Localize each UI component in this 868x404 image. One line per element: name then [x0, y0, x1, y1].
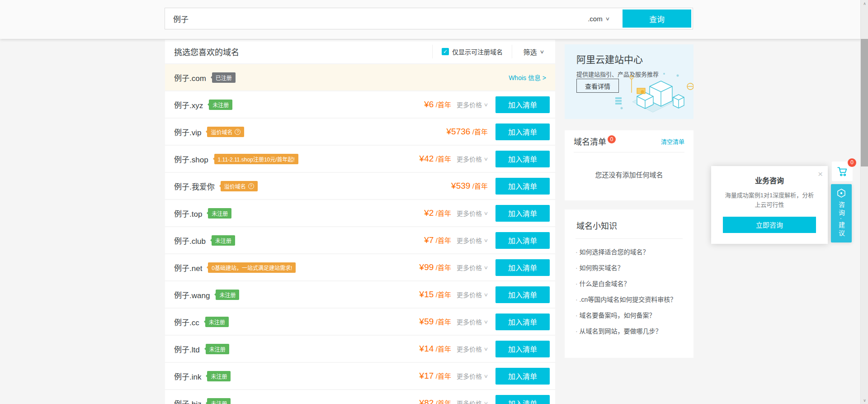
tld-selector[interactable]: .com ∨ — [578, 8, 619, 29]
more-prices-toggle[interactable]: 更多价格 ∨ — [457, 344, 488, 353]
price-unit: /首年 — [436, 318, 451, 326]
add-to-list-button[interactable]: 加入清单 — [495, 205, 550, 222]
list-title: 挑选您喜欢的域名 — [165, 46, 432, 57]
filter-dropdown[interactable]: 筛选 ∨ — [512, 45, 555, 58]
price-value: ¥6 — [424, 100, 434, 109]
help-icon[interactable]: ? — [248, 183, 254, 189]
domain-name: 例子.shop — [174, 153, 208, 165]
more-prices-label: 更多价格 — [457, 290, 482, 299]
more-prices-toggle[interactable]: 更多价格 ∨ — [457, 263, 488, 272]
scrollbar-thumb[interactable] — [861, 39, 868, 166]
status-badge: 溢价域名? — [221, 181, 258, 191]
domain-row: 例子.我爱你 溢价域名? ¥539 /首年 加入清单 — [165, 173, 555, 199]
add-to-list-button[interactable]: 加入清单 — [495, 96, 550, 113]
domain-cart-panel: 域名清单 0 清空清单 您还没有添加任何域名 — [565, 130, 693, 200]
consult-suggest-bar[interactable]: 咨询·建议 — [831, 184, 852, 242]
more-prices-label: 更多价格 — [457, 371, 482, 380]
available-only-checkbox[interactable]: ✓ — [442, 48, 449, 55]
tip-link[interactable]: 从域名到网站，要做哪几步？ — [576, 323, 683, 338]
chevron-down-icon: ∨ — [605, 16, 610, 22]
more-prices-toggle[interactable]: 更多价格 ∨ — [457, 399, 488, 404]
filter-label: 筛选 — [523, 47, 537, 57]
domain-name: 例子.top — [174, 208, 202, 219]
price-unit: /首年 — [436, 237, 451, 244]
add-to-list-button[interactable]: 加入清单 — [495, 368, 550, 385]
more-prices-toggle[interactable]: 更多价格 ∨ — [457, 209, 488, 218]
chevron-down-icon: ∨ — [484, 373, 489, 379]
tip-link[interactable]: 如何购买域名？ — [576, 259, 683, 275]
cart-count-badge: 0 — [848, 158, 856, 167]
consult-title: 业务咨询 — [711, 175, 828, 185]
more-prices-toggle[interactable]: 更多价格 ∨ — [457, 100, 488, 109]
more-prices-toggle[interactable]: 更多价格 ∨ — [457, 290, 488, 299]
more-prices-toggle[interactable]: 更多价格 ∨ — [457, 236, 488, 245]
available-only-label: 仅显示可注册域名 — [452, 47, 503, 56]
result-list-header: 挑选您喜欢的域名 ✓ 仅显示可注册域名 筛选 ∨ — [165, 40, 555, 63]
price: ¥14 /首年 — [420, 344, 451, 354]
price: ¥7 /首年 — [424, 235, 451, 245]
cart-icon — [836, 166, 848, 177]
add-to-list-button[interactable]: 加入清单 — [495, 314, 550, 330]
status-badge: 0基础建站，一站式满足建站需求! — [208, 262, 296, 273]
tip-link[interactable]: .cn等国内域名如何提交资料审核？ — [576, 291, 683, 307]
more-prices-toggle[interactable]: 更多价格 ∨ — [457, 317, 488, 326]
chevron-down-icon: ∨ — [484, 156, 489, 162]
more-prices-label: 更多价格 — [457, 100, 482, 109]
domain-name: 例子.biz — [174, 398, 201, 404]
status-badge: 1.11-2.11.shop注册10元/首年起! — [214, 154, 298, 164]
available-only-filter[interactable]: ✓ 仅显示可注册域名 — [432, 45, 512, 58]
help-icon[interactable]: ? — [235, 129, 241, 135]
price-value: ¥59 — [420, 317, 434, 326]
domain-tips-panel: 域名小知识 如何选择适合您的域名？如何购买域名？什么是白金域名？.cn等国内域名… — [565, 209, 693, 358]
price-value: ¥539 — [451, 181, 470, 190]
tip-link[interactable]: 如何选择适合您的域名？ — [576, 243, 683, 259]
price-unit: /首年 — [472, 128, 488, 136]
price-value: ¥17 — [420, 371, 434, 380]
price: ¥82 /首年 — [420, 398, 451, 404]
more-prices-toggle[interactable]: 更多价格 ∨ — [457, 154, 488, 163]
more-prices-toggle[interactable]: 更多价格 ∨ — [457, 371, 488, 380]
query-button[interactable]: 查询 — [623, 10, 691, 28]
price-unit: /首年 — [436, 101, 451, 109]
price-value: ¥42 — [420, 154, 434, 163]
status-badge: 未注册 — [207, 398, 231, 404]
consult-now-button[interactable]: 立即咨询 — [723, 217, 816, 233]
status-badge: 未注册 — [206, 344, 229, 354]
scroll-up-arrow[interactable]: ∧ — [861, 0, 868, 7]
floating-cart-button[interactable]: 0 — [832, 162, 853, 181]
chevron-down-icon: ∨ — [484, 292, 489, 298]
site-builder-banner[interactable]: 阿里云建站中心 提供建站指引、产品及服务推荐 查看详情 — [565, 44, 693, 119]
chevron-down-icon: ∨ — [484, 319, 489, 325]
clear-cart-link[interactable]: 清空清单 — [661, 137, 684, 146]
add-to-list-button[interactable]: 加入清单 — [495, 178, 550, 195]
add-to-list-button[interactable]: 加入清单 — [495, 124, 550, 140]
chevron-down-icon: ∨ — [540, 49, 545, 55]
add-to-list-button[interactable]: 加入清单 — [495, 341, 550, 357]
status-badge: 未注册 — [209, 100, 232, 110]
domain-name: 例子.ltd — [174, 343, 200, 355]
domain-name: 例子.net — [174, 262, 202, 273]
domain-search-input[interactable] — [165, 8, 578, 29]
domain-name: 例子.cc — [174, 316, 199, 328]
add-to-list-button[interactable]: 加入清单 — [495, 151, 550, 167]
add-to-list-button[interactable]: 加入清单 — [495, 232, 550, 249]
domain-name: 例子.com — [174, 72, 206, 83]
chevron-down-icon: ∨ — [484, 400, 489, 404]
more-prices-label: 更多价格 — [457, 154, 482, 163]
consult-suggest-label: 咨询·建议 — [837, 201, 846, 238]
price: ¥2 /首年 — [424, 208, 451, 218]
chevron-down-icon: ∨ — [484, 102, 489, 108]
add-to-list-button[interactable]: 加入清单 — [495, 259, 550, 276]
scroll-down-arrow[interactable]: ∨ — [861, 397, 868, 404]
price-value: ¥82 — [420, 398, 434, 404]
scrollbar[interactable]: ∧ ∨ — [860, 0, 868, 404]
whois-link[interactable]: Whois 信息 > — [509, 73, 550, 82]
tip-link[interactable]: 什么是白金域名？ — [576, 275, 683, 291]
consult-description: 海量成功案例1对1深度解析，分析上云可行性 — [723, 190, 816, 210]
price: ¥59 /首年 — [420, 317, 451, 327]
status-badge: 未注册 — [207, 371, 231, 381]
add-to-list-button[interactable]: 加入清单 — [495, 395, 550, 404]
close-icon[interactable]: × — [818, 169, 823, 179]
add-to-list-button[interactable]: 加入清单 — [495, 286, 550, 303]
tip-link[interactable]: 域名要备案吗，如何备案？ — [576, 307, 683, 323]
